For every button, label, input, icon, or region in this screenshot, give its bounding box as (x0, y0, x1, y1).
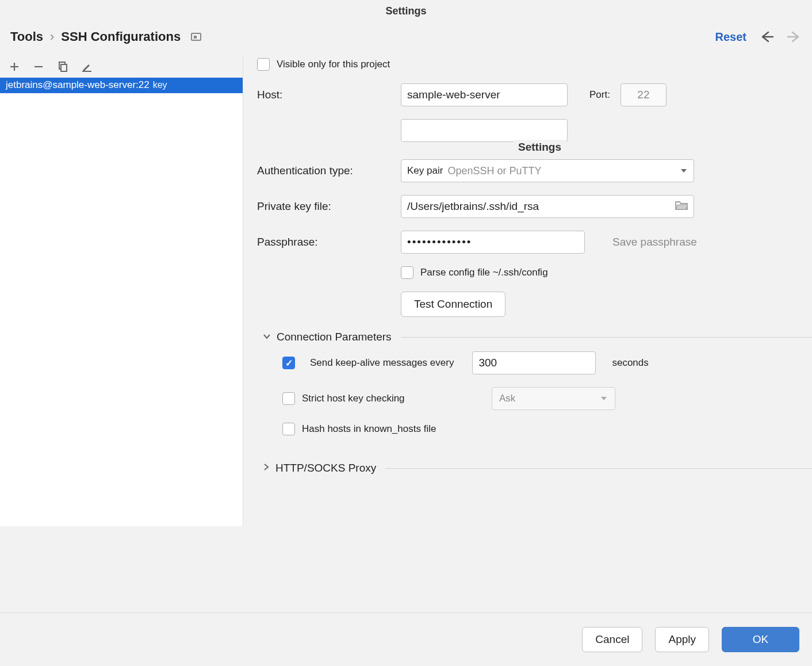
keepalive-checkbox[interactable] (282, 357, 295, 369)
apply-button[interactable]: Apply (655, 627, 709, 652)
auth-row: Authentication type: Key pair OpenSSH or… (257, 159, 812, 182)
port-input[interactable] (621, 83, 667, 106)
strict-policy-select[interactable]: Ask (492, 387, 615, 410)
list-toolbar (0, 55, 243, 78)
folder-open-icon[interactable] (669, 200, 694, 213)
host-input[interactable] (401, 83, 568, 106)
edit-icon[interactable] (81, 60, 93, 73)
visible-project-label: Visible only for this project (277, 59, 390, 70)
back-icon[interactable] (759, 30, 774, 43)
username-input[interactable] (401, 119, 568, 142)
reset-button[interactable]: Reset (715, 30, 746, 44)
footer: Cancel Apply OK (0, 613, 812, 666)
copy-icon[interactable] (56, 60, 69, 73)
strict-row: Strict host key checking Ask (282, 387, 812, 410)
visible-project-checkbox[interactable] (257, 58, 270, 71)
list-item-suffix: key (153, 80, 167, 90)
svg-rect-6 (61, 64, 67, 71)
overlay-settings-title: Settings (514, 140, 566, 155)
breadcrumb-separator-icon: › (49, 29, 55, 44)
add-icon[interactable] (8, 60, 21, 73)
save-passphrase-link[interactable]: Save passphrase (612, 236, 697, 248)
list-item[interactable]: jetbrains@sample-web-server:22 key (0, 78, 243, 93)
test-connection-row: Test Connection (257, 292, 812, 317)
list-item-label: jetbrains@sample-web-server:22 (6, 79, 150, 91)
connection-parameters-section[interactable]: Connection Parameters (263, 331, 812, 343)
private-key-input[interactable]: /Users/jetbrains/.ssh/id_rsa (401, 195, 694, 218)
chevron-down-icon (263, 331, 271, 343)
breadcrumb: Tools › SSH Configurations (10, 29, 710, 44)
passphrase-label: Passphrase: (257, 236, 401, 248)
auth-value: Key pair (407, 165, 443, 177)
private-key-label: Private key file: (257, 200, 401, 213)
ok-button[interactable]: OK (722, 627, 799, 652)
strict-label: Strict host key checking (302, 393, 492, 404)
proxy-title: HTTP/SOCKS Proxy (275, 462, 376, 474)
config-list: jetbrains@sample-web-server:22 key (0, 78, 243, 526)
chevron-right-icon (263, 462, 270, 474)
parse-config-row: Parse config file ~/.ssh/config (257, 266, 812, 279)
strict-policy-value: Ask (499, 393, 515, 404)
auth-type-select[interactable]: Key pair OpenSSH or PuTTY (401, 159, 694, 182)
passphrase-input[interactable] (401, 231, 585, 254)
chevron-down-icon (600, 393, 608, 404)
form-pane: Visible only for this project Host: Port… (243, 55, 812, 526)
header: Tools › SSH Configurations Reset (0, 22, 812, 55)
connection-parameters-body: Send keep-alive messages every seconds S… (257, 351, 812, 435)
host-label: Host: (257, 89, 401, 101)
parse-config-checkbox[interactable] (401, 266, 413, 279)
proxy-section[interactable]: HTTP/SOCKS Proxy (263, 462, 812, 474)
visible-project-row: Visible only for this project (257, 58, 812, 71)
hash-hosts-row: Hash hosts in known_hosts file (282, 423, 812, 435)
chevron-down-icon (680, 165, 688, 177)
hash-hosts-checkbox[interactable] (282, 423, 295, 435)
forward-icon[interactable] (787, 30, 802, 43)
hash-hosts-label: Hash hosts in known_hosts file (302, 423, 436, 435)
show-settings-icon[interactable] (191, 33, 201, 41)
username-row (257, 119, 812, 142)
content: jetbrains@sample-web-server:22 key Visib… (0, 55, 812, 526)
host-row: Host: Port: (257, 83, 812, 106)
keepalive-row: Send keep-alive messages every seconds (282, 351, 812, 374)
keepalive-interval-input[interactable] (472, 351, 596, 374)
port-label: Port: (589, 89, 610, 101)
private-key-value: /Users/jetbrains/.ssh/id_rsa (401, 200, 669, 213)
breadcrumb-leaf: SSH Configurations (61, 29, 181, 44)
window-title: Settings (0, 0, 812, 22)
private-key-row: Private key file: /Users/jetbrains/.ssh/… (257, 195, 812, 218)
auth-hint: OpenSSH or PuTTY (447, 165, 541, 177)
config-list-pane: jetbrains@sample-web-server:22 key (0, 55, 243, 526)
strict-checkbox[interactable] (282, 392, 295, 405)
cancel-button[interactable]: Cancel (582, 627, 642, 652)
section-rule (385, 468, 812, 469)
keepalive-unit: seconds (612, 357, 648, 369)
remove-icon[interactable] (32, 60, 45, 73)
auth-label: Authentication type: (257, 164, 401, 177)
breadcrumb-root[interactable]: Tools (10, 29, 43, 44)
section-rule (401, 337, 812, 338)
test-connection-button[interactable]: Test Connection (401, 292, 505, 317)
passphrase-row: Passphrase: Save passphrase (257, 231, 812, 254)
parse-config-label: Parse config file ~/.ssh/config (420, 267, 548, 278)
keepalive-label: Send keep-alive messages every (310, 357, 454, 369)
connection-parameters-title: Connection Parameters (277, 331, 392, 343)
header-actions: Reset (715, 30, 802, 44)
